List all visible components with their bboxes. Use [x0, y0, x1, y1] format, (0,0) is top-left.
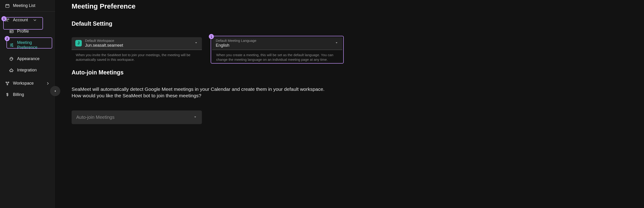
nodes-icon	[5, 81, 10, 86]
default-language-select[interactable]: Default Meeting Language English	[212, 37, 342, 50]
id-card-icon	[9, 29, 14, 34]
section-default-setting-title: Default Setting	[72, 20, 628, 27]
svg-point-13	[7, 84, 8, 85]
sidebar-item-workspace[interactable]: Workspace	[0, 78, 55, 89]
sidebar-item-label: Integration	[17, 68, 37, 72]
sidebar-item-profile[interactable]: Profile	[0, 26, 55, 37]
collapse-sidebar-button[interactable]	[50, 86, 60, 96]
sidebar-item-label: Workspace	[13, 81, 34, 86]
sidebar-item-label: Meeting Preference	[17, 40, 50, 50]
section-autojoin-title: Auto-join Meetings	[72, 69, 628, 76]
svg-point-4	[11, 31, 11, 32]
workspace-avatar: J	[75, 40, 82, 46]
autojoin-desc-line2: How would you like the SeaMeet bot to jo…	[72, 92, 628, 99]
svg-rect-0	[6, 4, 9, 8]
workspace-helper-text: When you invite the SeaMeet bot to join …	[72, 53, 202, 62]
sidebar-item-label: Meeting List	[13, 3, 35, 8]
svg-point-9	[11, 58, 12, 58]
sidebar-item-label: Appearance	[17, 56, 40, 61]
svg-point-8	[10, 58, 11, 59]
field-value: English	[216, 43, 331, 48]
default-setting-row: J Default Workspace Jun.seasalt.seameet …	[72, 37, 628, 62]
caret-down-icon	[334, 41, 339, 46]
svg-point-7	[12, 46, 13, 46]
svg-rect-3	[10, 30, 14, 33]
field-label: Default Workspace	[85, 38, 191, 42]
dollar-icon	[5, 92, 10, 97]
autojoin-description: SeaMeet will automatically detect Google…	[72, 86, 628, 99]
sidebar-item-integration[interactable]: Integration	[0, 64, 55, 76]
page-title: Meeting Preference	[72, 2, 628, 10]
svg-point-2	[8, 19, 9, 20]
sidebar: Meeting List 1 Account Profile 2 M	[0, 0, 56, 208]
main-content: Meeting Preference Default Setting J Def…	[56, 0, 644, 208]
caret-down-icon	[194, 41, 198, 46]
default-workspace-select[interactable]: J Default Workspace Jun.seasalt.seameet	[72, 37, 202, 50]
sidebar-item-meeting-list[interactable]: Meeting List	[0, 0, 55, 11]
svg-point-5	[12, 44, 13, 44]
field-label: Default Meeting Language	[216, 38, 331, 42]
language-helper-text: When you create a meeting, this will be …	[212, 53, 342, 62]
default-workspace-block: J Default Workspace Jun.seasalt.seameet …	[72, 37, 202, 62]
sidebar-item-appearance[interactable]: Appearance	[0, 53, 55, 64]
caret-down-icon	[193, 115, 197, 120]
calendar-icon	[5, 4, 10, 8]
sidebar-item-label: Account	[13, 18, 28, 22]
palette-icon	[9, 56, 14, 61]
svg-point-6	[11, 44, 12, 45]
divider	[0, 11, 55, 12]
sidebar-item-label: Profile	[17, 29, 29, 34]
autojoin-desc-line1: SeaMeet will automatically detect Google…	[72, 86, 628, 92]
sidebar-item-account[interactable]: Account	[0, 14, 55, 26]
field-value: Jun.seasalt.seameet	[85, 43, 191, 48]
annotation-badge-1: 1	[2, 16, 6, 21]
autojoin-placeholder: Auto-join Meetings	[76, 115, 114, 120]
sliders-icon	[9, 43, 14, 48]
annotation-badge-lang: 1	[209, 34, 214, 39]
chevron-down-icon	[32, 18, 37, 22]
autojoin-select[interactable]: Auto-join Meetings	[72, 110, 202, 124]
annotation-badge-2: 2	[4, 36, 10, 41]
sidebar-item-billing[interactable]: Billing	[0, 89, 55, 100]
sidebar-item-label: Billing	[13, 92, 24, 97]
default-language-block: 1 Default Meeting Language English When …	[212, 37, 342, 62]
chevron-right-icon	[46, 81, 50, 86]
puzzle-icon	[9, 68, 14, 72]
svg-point-10	[12, 58, 13, 59]
